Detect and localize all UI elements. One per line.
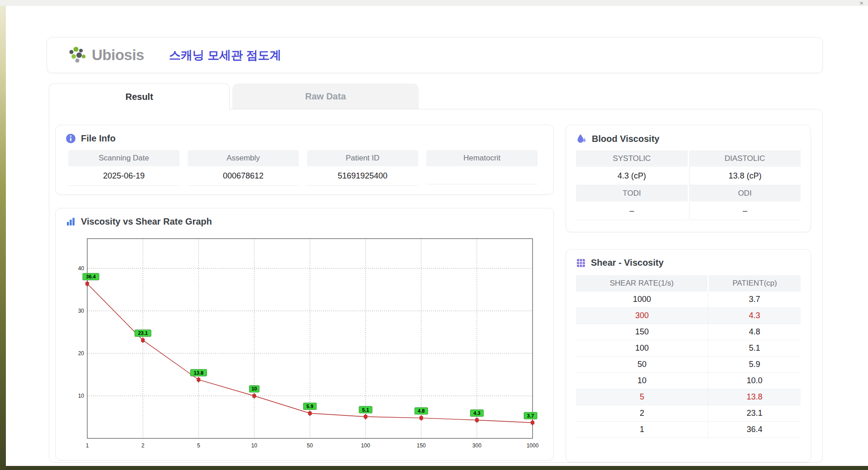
svg-text:300: 300 [472, 442, 481, 449]
bar-chart-icon [66, 216, 76, 227]
chart-point: 4.3 [470, 410, 483, 423]
app-window: × Ubiosis 스캐닝 모세관 점도계 Result Ra [0, 0, 868, 470]
svg-text:13.8: 13.8 [194, 370, 203, 376]
svg-text:36.4: 36.4 [86, 274, 96, 279]
shear-rate-cell: 50 [576, 357, 708, 373]
diastolic-value: 13.8 (cP) [689, 167, 801, 185]
svg-text:5: 5 [197, 442, 200, 449]
svg-text:1000: 1000 [527, 442, 539, 449]
shear-rate-cell: 5 [576, 389, 708, 405]
shear-viscosity-title: Shear - Viscosity [591, 258, 664, 268]
odi-label: ODI [689, 185, 801, 202]
field-label: Hematocrit [426, 150, 538, 166]
todi-value: – [576, 202, 688, 220]
svg-text:4.3: 4.3 [473, 410, 480, 416]
chart-point: 4.8 [415, 408, 428, 421]
svg-text:3.7: 3.7 [527, 413, 534, 418]
shear-table-body: 10003.73004.31504.81005.1505.91010.0513.… [576, 291, 801, 438]
shear-rate-cell: 150 [576, 324, 708, 340]
field-hematocrit: Hematocrit [426, 150, 538, 186]
field-value [426, 166, 538, 184]
ubiosis-logo-icon [67, 46, 88, 65]
svg-text:2: 2 [142, 442, 145, 449]
graph-card: Viscosity vs Shear Rate Graph 1020304036… [55, 208, 554, 461]
patient-column-header: PATIENT(cp) [708, 275, 801, 291]
blood-viscosity-grid: SYSTOLIC DIASTOLIC 4.3 (cP) 13.8 (cP) TO… [566, 150, 811, 220]
shear-rate-column-header: SHEAR RATE(1/s) [576, 275, 708, 291]
svg-text:50: 50 [307, 442, 313, 449]
table-grid-icon [576, 258, 586, 268]
patient-cell: 4.3 [708, 308, 801, 324]
patient-cell: 5.1 [708, 340, 801, 357]
systolic-label: SYSTOLIC [576, 150, 688, 167]
field-value: 51691925400 [307, 166, 418, 186]
tab-raw-data[interactable]: Raw Data [232, 84, 419, 109]
tab-raw-data-label: Raw Data [305, 91, 346, 102]
shear-rate-cell: 2 [576, 405, 708, 422]
blood-viscosity-title: Blood Viscosity [592, 134, 660, 144]
shear-table-row: 223.1 [576, 405, 801, 422]
svg-text:100: 100 [361, 442, 370, 449]
field-label: Patient ID [307, 150, 418, 166]
file-info-fields: Scanning Date 2025-06-19 Assembly 000678… [56, 149, 553, 186]
todi-label: TODI [576, 185, 688, 202]
shear-viscosity-table: SHEAR RATE(1/s) PATIENT(cp) 10003.73004.… [576, 275, 801, 438]
shear-table-row: 10003.7 [576, 291, 801, 308]
desktop-bottom-strip [6, 466, 868, 470]
shear-table-row: 1005.1 [576, 340, 801, 357]
patient-cell: 23.1 [708, 405, 801, 422]
patient-cell: 3.7 [708, 291, 801, 308]
field-value: 2025-06-19 [68, 166, 179, 186]
shear-table-row: 505.9 [576, 357, 801, 373]
shear-rate-cell: 300 [576, 308, 708, 324]
brand-logo: Ubiosis [67, 46, 144, 65]
tab-result[interactable]: Result [49, 83, 230, 110]
shear-table-row: 3004.3 [576, 308, 801, 324]
odi-value: – [689, 202, 801, 220]
chart-point: 23.1 [135, 330, 151, 343]
blood-viscosity-card: Blood Viscosity SYSTOLIC DIASTOLIC 4.3 (… [566, 125, 811, 232]
svg-text:23.1: 23.1 [138, 330, 147, 336]
systolic-value: 4.3 (cP) [576, 167, 688, 185]
svg-text:5.9: 5.9 [307, 404, 313, 409]
chart-point: 5.9 [303, 403, 316, 416]
svg-text:30: 30 [78, 308, 85, 314]
patient-cell: 13.8 [708, 389, 801, 405]
header-card: Ubiosis 스캐닝 모세관 점도계 [47, 37, 823, 73]
svg-text:10: 10 [251, 442, 258, 449]
tab-result-label: Result [125, 92, 153, 102]
close-icon[interactable]: × [859, 0, 863, 6]
chart-point: 5.1 [359, 406, 372, 419]
patient-cell: 10.0 [708, 373, 801, 389]
svg-text:40: 40 [78, 265, 85, 272]
svg-text:1: 1 [86, 442, 89, 449]
brand-name: Ubiosis [92, 47, 144, 64]
field-assembly: Assembly 000678612 [188, 150, 299, 186]
field-value: 000678612 [188, 166, 299, 186]
chart-point: 36.4 [83, 273, 99, 287]
field-scanning-date: Scanning Date 2025-06-19 [68, 150, 179, 186]
viscosity-chart: 1020304036.423.113.8105.95.14.84.33.7125… [65, 234, 539, 452]
svg-text:4.8: 4.8 [418, 408, 425, 414]
svg-text:150: 150 [417, 442, 426, 449]
svg-text:10: 10 [78, 393, 85, 399]
svg-text:10: 10 [251, 386, 257, 391]
info-icon [66, 133, 76, 144]
chart-point: 13.8 [190, 369, 207, 382]
shear-rate-cell: 10 [576, 373, 708, 389]
app-title: 스캐닝 모세관 점도계 [169, 47, 281, 63]
desktop-left-strip [0, 0, 6, 470]
shear-rate-cell: 1 [576, 422, 708, 438]
field-patient-id: Patient ID 51691925400 [307, 150, 418, 186]
svg-text:20: 20 [78, 350, 85, 357]
chart-area: 1020304036.423.113.8105.95.14.84.33.7125… [65, 234, 553, 454]
patient-cell: 36.4 [708, 422, 801, 438]
desktop-top-strip: × [0, 0, 868, 6]
shear-table-row: 1010.0 [576, 373, 801, 389]
shear-table-row: 136.4 [576, 422, 801, 438]
file-info-title: File Info [81, 133, 116, 144]
patient-cell: 4.8 [708, 324, 801, 340]
blood-drop-icon [576, 133, 587, 144]
patient-cell: 5.9 [708, 357, 801, 373]
shear-rate-cell: 1000 [576, 291, 708, 308]
